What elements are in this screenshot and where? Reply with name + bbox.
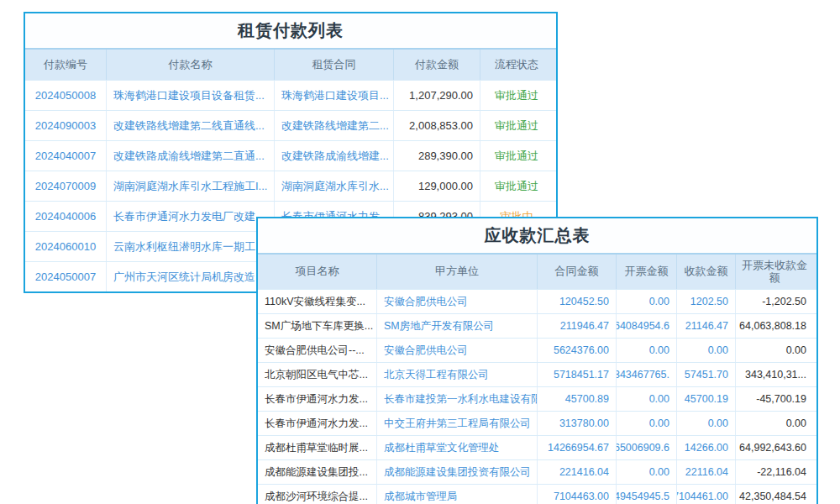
- lease-table-header: 付款编号 付款名称 租赁合同 付款金额 流程状态: [25, 50, 556, 80]
- column-header-payment-amount: 付款金额: [394, 50, 480, 80]
- column-header-received-amount: 收款金额: [677, 255, 736, 289]
- uncollected-amount-value: 0.00: [736, 339, 813, 362]
- received-amount-value: 21146.47: [677, 314, 736, 338]
- column-header-status: 流程状态: [480, 50, 553, 80]
- invoiced-amount-value: 49454945.5: [617, 485, 677, 504]
- table-row: 110kV安徽线程集变... 安徽合肥供电公司 120452.50 0.00 1…: [258, 289, 816, 313]
- column-header-lease-contract: 租赁合同: [275, 50, 394, 80]
- project-name-cell: 长春市伊通河水力发...: [258, 387, 377, 411]
- status-badge: 审批通过: [480, 141, 553, 171]
- contract-amount-value: 45700.89: [538, 387, 617, 411]
- uncollected-amount-value: -1,202.50: [736, 290, 813, 313]
- uncollected-amount-value: 343,410,31...: [736, 363, 813, 386]
- contract-amount-value: 5624376.00: [538, 339, 617, 362]
- payment-name-link[interactable]: 改建铁路线增建第二线直通线...: [107, 111, 275, 140]
- party-a-link[interactable]: 成都城市管理局: [377, 485, 538, 504]
- project-name-cell: 成都杜甫草堂临时展...: [258, 436, 377, 459]
- payment-id-link[interactable]: 2024040007: [25, 141, 107, 171]
- uncollected-amount-value: 42,350,484.54: [736, 485, 813, 504]
- table-row: 2024050008 珠海鹤港口建设项目设备租赁... 珠海鹤港口建设项目...…: [25, 80, 556, 110]
- invoiced-amount-value: 0.00: [617, 412, 677, 435]
- table-row: 长春市伊通河水力发... 中交王府井第三工程局有限公司 313780.00 0.…: [258, 411, 816, 435]
- invoiced-amount-value: 0.00: [617, 290, 677, 313]
- payment-name-link[interactable]: 珠海鹤港口建设项目设备租赁...: [107, 81, 275, 110]
- contract-amount-value: 14266954.67: [538, 436, 617, 459]
- received-amount-value: 0.00: [677, 339, 736, 362]
- lease-contract-link[interactable]: 湖南洞庭湖水库引水...: [275, 171, 394, 201]
- project-name-cell: 成都沙河环境综合提...: [258, 485, 377, 504]
- contract-amount-value: 211946.47: [538, 314, 617, 338]
- uncollected-amount-value: -22,116.04: [736, 460, 813, 484]
- payment-name-link[interactable]: 长春市伊通河水力发电厂改建...: [107, 202, 275, 231]
- party-a-link[interactable]: SM房地产开发有限公司: [377, 314, 538, 338]
- column-header-project-name: 项目名称: [258, 255, 377, 289]
- payment-name-link[interactable]: 广州市天河区统计局机房改造...: [107, 262, 275, 291]
- uncollected-amount-value: -45,700.19: [736, 387, 813, 411]
- page: 租赁付款列表 付款编号 付款名称 租赁合同 付款金额 流程状态 20240500…: [0, 0, 840, 504]
- status-badge: 审批通过: [480, 111, 553, 140]
- project-name-cell: 北京朝阳区电气中芯...: [258, 363, 377, 386]
- project-name-cell: 110kV安徽线程集变...: [258, 290, 377, 313]
- party-a-link[interactable]: 成都能源建设集团投资有限公司: [377, 460, 538, 484]
- status-badge: 审批通过: [480, 81, 553, 110]
- table-row: 2024070009 湖南洞庭湖水库引水工程施工I... 湖南洞庭湖水库引水..…: [25, 171, 556, 201]
- lease-contract-link[interactable]: 改建铁路线增建第二...: [275, 111, 394, 140]
- contract-amount-value: 120452.50: [538, 290, 617, 313]
- received-amount-value: 22116.04: [677, 460, 736, 484]
- payment-id-link[interactable]: 2024060010: [25, 232, 107, 261]
- table-row: 成都能源建设集团投... 成都能源建设集团投资有限公司 221416.04 0.…: [258, 459, 816, 484]
- table-row: 成都杜甫草堂临时展... 成都杜甫草堂文化管理处 14266954.67 650…: [258, 435, 816, 459]
- payment-id-link[interactable]: 2024050007: [25, 262, 107, 291]
- status-badge: 审批通过: [480, 171, 553, 201]
- table-row: 安徽合肥供电公司--... 安徽合肥供电公司 5624376.00 0.00 0…: [258, 338, 816, 362]
- table-row: SM广场地下车库更换... SM房地产开发有限公司 211946.47 6408…: [258, 313, 816, 338]
- project-name-cell: SM广场地下车库更换...: [258, 314, 377, 338]
- invoiced-amount-value: 343467765.: [617, 363, 677, 386]
- party-a-link[interactable]: 安徽合肥供电公司: [377, 339, 538, 362]
- project-name-cell: 长春市伊通河水力发...: [258, 412, 377, 435]
- table-row: 2024090003 改建铁路线增建第二线直通线... 改建铁路线增建第二...…: [25, 110, 556, 140]
- table-row: 北京朝阳区电气中芯... 北京天得工程有限公司 5718451.17 34346…: [258, 362, 816, 386]
- table-row: 长春市伊通河水力发... 长春市建投第一水利水电建设有限 45700.89 0.…: [258, 386, 816, 411]
- contract-amount-value: 221416.04: [538, 460, 617, 484]
- party-a-link[interactable]: 中交王府井第三工程局有限公司: [377, 412, 538, 435]
- lease-contract-link[interactable]: 改建铁路成渝线增建...: [275, 141, 394, 171]
- lease-table-title: 租赁付款列表: [25, 13, 556, 50]
- payment-name-link[interactable]: 湖南洞庭湖水库引水工程施工I...: [107, 171, 275, 201]
- received-amount-value: 14266.00: [677, 436, 736, 459]
- column-header-payment-id: 付款编号: [25, 50, 107, 80]
- lease-contract-link[interactable]: 珠海鹤港口建设项目...: [275, 81, 394, 110]
- table-row: 成都沙河环境综合提... 成都城市管理局 7104463.00 49454945…: [258, 484, 816, 504]
- payment-amount-value: 1,207,290.00: [394, 81, 480, 110]
- payment-id-link[interactable]: 2024090003: [25, 111, 107, 140]
- received-amount-value: 45700.19: [677, 387, 736, 411]
- payment-name-link[interactable]: 云南水利枢纽潜明水库一期工...: [107, 232, 275, 261]
- contract-amount-value: 7104463.00: [538, 485, 617, 504]
- receivables-table-body: 110kV安徽线程集变... 安徽合肥供电公司 120452.50 0.00 1…: [258, 289, 816, 504]
- project-name-cell: 成都能源建设集团投...: [258, 460, 377, 484]
- payment-id-link[interactable]: 2024050008: [25, 81, 107, 110]
- uncollected-amount-value: 0.00: [736, 412, 813, 435]
- column-header-invoiced-unreceived: 开票未收款金额: [736, 255, 813, 289]
- column-header-party-a: 甲方单位: [377, 255, 538, 289]
- party-a-link[interactable]: 成都杜甫草堂文化管理处: [377, 436, 538, 459]
- column-header-payment-name: 付款名称: [107, 50, 275, 80]
- receivables-summary-card: 应收款汇总表 项目名称 甲方单位 合同金额 开票金额 收款金额 开票未收款金额 …: [256, 217, 818, 504]
- payment-amount-value: 289,390.00: [394, 141, 480, 171]
- payment-amount-value: 129,000.00: [394, 171, 480, 201]
- party-a-link[interactable]: 安徽合肥供电公司: [377, 290, 538, 313]
- party-a-link[interactable]: 北京天得工程有限公司: [377, 363, 538, 386]
- payment-amount-value: 2,008,853.00: [394, 111, 480, 140]
- party-a-link[interactable]: 长春市建投第一水利水电建设有限: [377, 387, 538, 411]
- payment-name-link[interactable]: 改建铁路成渝线增建第二直通...: [107, 141, 275, 171]
- invoiced-amount-value: 65006909.6: [617, 436, 677, 459]
- received-amount-value: 0.00: [677, 412, 736, 435]
- received-amount-value: 57451.70: [677, 363, 736, 386]
- payment-id-link[interactable]: 2024040006: [25, 202, 107, 231]
- column-header-invoiced-amount: 开票金额: [617, 255, 677, 289]
- invoiced-amount-value: 0.00: [617, 339, 677, 362]
- contract-amount-value: 5718451.17: [538, 363, 617, 386]
- payment-id-link[interactable]: 2024070009: [25, 171, 107, 201]
- receivables-table-title: 应收款汇总表: [258, 218, 816, 255]
- uncollected-amount-value: 64,992,643.60: [736, 436, 813, 459]
